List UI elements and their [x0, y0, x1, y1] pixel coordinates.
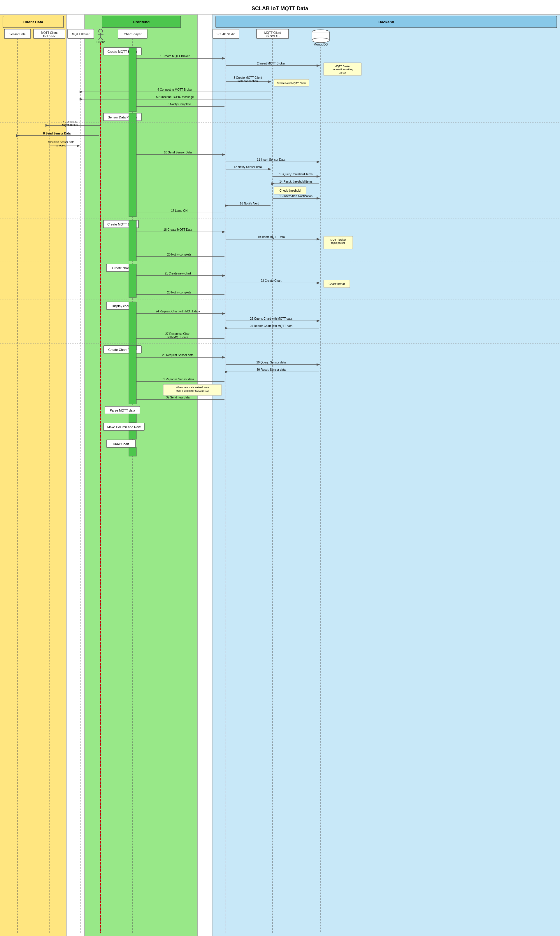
lane-label-client-data: Client Data: [23, 20, 43, 24]
svg-rect-85: [129, 264, 137, 298]
svg-rect-77: [129, 414, 137, 423]
msg-24: 24 Request Chart with MQTT data: [156, 310, 200, 313]
actor-mongodb: MongoDB: [314, 43, 328, 46]
svg-rect-84: [129, 220, 137, 261]
msg-4: 4 Connect to MQTT Broker: [157, 88, 193, 91]
note-chart-format: Chart format: [329, 282, 345, 285]
diagram-container: Client Data Frontend Backend Sensor Data…: [0, 0, 560, 936]
svg-rect-79: [129, 430, 137, 439]
msg-11: 11 Insert Sensor Data: [257, 158, 285, 161]
msg-26: 26 Result: Chart with MQTT data: [250, 324, 292, 328]
diagram-title: SCLAB IoT MQTT Data: [252, 6, 308, 11]
msg-32: 32 Send new data: [166, 396, 190, 399]
msg-12: 12 Notify Sensor data: [234, 165, 262, 169]
note-mqtt-broker-parser-3: parser: [339, 71, 346, 74]
msg-3: 3 Create MQTT Client: [234, 76, 262, 79]
msg-15: 15 Insert Alert Notification: [279, 194, 312, 198]
note-create-mqtt-client: Create New MQTT Client: [277, 82, 306, 85]
lane-label-frontend: Frontend: [133, 20, 149, 24]
msg-1: 1 Create MQTT Broker: [160, 54, 190, 58]
actor-sensor-data: Sensor Data: [9, 33, 26, 36]
svg-rect-81: [129, 447, 137, 456]
note-mqtt-topic-parser-2: topic parser: [331, 242, 345, 244]
note-mqtt-topic-parser: MQTT broker: [330, 238, 346, 241]
lane-label-backend: Backend: [378, 20, 394, 24]
actor-mqtt-client-sclab: MQTT Client: [265, 31, 281, 34]
msg-29: 29 Query: Sensor data: [257, 361, 286, 364]
svg-rect-87: [129, 345, 137, 404]
actor-chart-player: Chart Player: [124, 32, 142, 36]
msg-31: 31 Reponse Sensor data: [162, 378, 194, 381]
msg-10: 10 Send Sensor Data: [164, 151, 192, 154]
svg-rect-82: [129, 48, 137, 112]
msg-5: 5 Subscribe TOPIC message: [156, 96, 194, 99]
msg-22: 22 Create Chart: [261, 279, 281, 282]
msg-6: 6 Notify Complete: [168, 103, 191, 106]
actor-sclab-studio: SCLAB Studio: [217, 33, 235, 36]
svg-rect-1: [66, 15, 85, 936]
msg-9b: to TOPIC: [56, 144, 67, 147]
note-mqtt-broker-parser: MQTT Broker: [335, 65, 351, 68]
note-new-data-2: MQTT Client for SCLAB (12): [176, 389, 209, 392]
msg-30: 30 Resut: Sensor data: [257, 368, 286, 371]
msg-17: 17 Lamp ON: [171, 209, 188, 212]
svg-rect-3: [198, 15, 212, 936]
msg-8: 8 Send Sensor Data: [43, 132, 71, 135]
svg-rect-0: [0, 15, 66, 936]
msg-21: 21 Create new chart: [165, 272, 191, 275]
section-parse-mqtt: Parse MQTT data: [109, 409, 135, 412]
msg-18: 18 Create MQTT Data: [163, 228, 192, 231]
msg-14: 14 Resut: threshold items: [279, 180, 312, 183]
section-make-column-row: Make Column and Row: [107, 425, 140, 429]
msg-23: 23 Notify complete: [167, 291, 192, 294]
note-new-data: When new data arrived from: [176, 386, 209, 389]
actor-mqtt-broker: MQTT Broker: [72, 33, 90, 36]
msg-20: 20 Notify complete: [167, 253, 192, 256]
svg-rect-86: [129, 302, 137, 350]
msg-25: 25 Query: Chart with MQTT data: [250, 317, 292, 320]
msg-9: 9 Publish Sensor Data: [48, 140, 74, 143]
msg-16: 16 Notiify Alert: [240, 202, 259, 205]
section-create-chart: Create chart: [112, 266, 130, 270]
msg-28: 28 Request Sensor data: [162, 353, 194, 357]
msg-27b: with MQTT data: [167, 336, 188, 339]
msg-19: 19 Insert MQTT Data: [257, 235, 285, 239]
msg-3b: with connection: [238, 80, 258, 83]
msg-2: 2 Insert MQTT Broker: [257, 62, 285, 65]
msg-13: 13 Query: threshold items: [279, 173, 313, 176]
actor-mqtt-client-sclab-2: for SCLAB: [266, 35, 280, 38]
svg-rect-83: [129, 113, 137, 217]
msg-7: 7 Connect to: [62, 120, 77, 123]
section-draw-chart: Draw Chart: [113, 442, 129, 446]
note-mqtt-broker-parser-2: connection setting: [332, 68, 353, 71]
msg-27: 27 Response Chart: [165, 332, 190, 335]
svg-point-21: [312, 38, 329, 43]
actor-mqtt-client-user: MQTT Client: [41, 31, 58, 34]
sequence-diagram: Client Data Frontend Backend Sensor Data…: [0, 0, 560, 936]
note-check-threshold: Check threshold: [280, 189, 300, 192]
section-display-chart: Display chart: [112, 304, 130, 308]
svg-rect-4: [212, 15, 560, 936]
msg-7b: MQTT Broker: [62, 124, 78, 126]
actor-mqtt-client-user-2: for USER: [43, 35, 55, 38]
